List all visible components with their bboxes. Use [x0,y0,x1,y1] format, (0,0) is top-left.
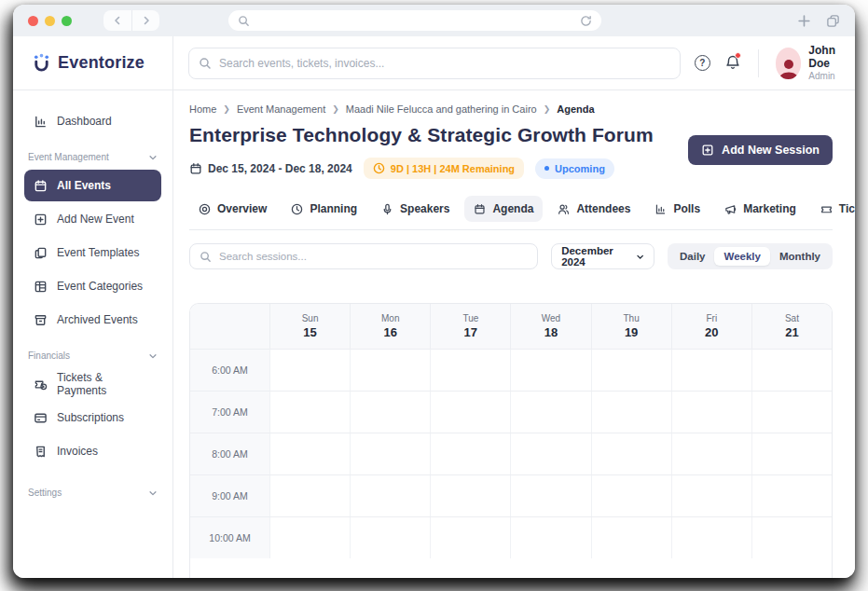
forward-button[interactable] [131,10,159,31]
calendar-slot[interactable] [430,433,510,474]
sidebar-section-event-management[interactable]: Event Management [28,152,158,162]
users-icon [558,203,570,215]
breadcrumb-home[interactable]: Home [189,103,216,115]
tab-marketing[interactable]: Marketing [715,196,806,222]
ticket-icon [820,203,833,215]
tab-overview[interactable]: Overview [189,196,276,222]
sidebar-item-event-categories[interactable]: Event Categories [24,270,161,302]
brand-name: Eventorize [58,53,145,73]
polls-icon [654,203,667,215]
calendar-slot[interactable] [430,517,510,558]
logo[interactable]: Eventorize [13,36,173,89]
close-window-button[interactable] [28,16,38,26]
chevron-down-icon [148,153,158,162]
global-search-input[interactable] [219,57,670,70]
day-header-tue: Tue17 [430,304,510,349]
calendar-slot[interactable] [350,517,430,558]
calendar-slot[interactable] [591,392,671,433]
session-search-input[interactable] [219,251,528,262]
calendar-slot[interactable] [510,475,590,516]
sidebar-section-settings[interactable]: Settings [28,488,158,498]
main-content: Home ❯ Event Management ❯ Maadi Nile Fel… [173,90,855,578]
calendar-slot[interactable] [591,350,671,391]
sidebar-item-all-events[interactable]: All Events [24,170,161,201]
minimize-window-button[interactable] [45,16,55,26]
calendar-slot[interactable] [430,475,510,516]
calendar-slot[interactable] [510,392,590,433]
calendar-slot[interactable] [751,517,832,558]
calendar-slot[interactable] [269,517,350,558]
calendar-slot[interactable] [751,433,832,474]
calendar-slot[interactable] [430,350,510,391]
tab-tickets[interactable]: Tickets [811,196,855,222]
day-header-sun: Sun15 [269,304,350,349]
maximize-window-button[interactable] [62,16,72,26]
calendar-slot[interactable] [510,517,590,558]
calendar-slot[interactable] [751,475,832,516]
view-monthly-button[interactable]: Monthly [770,247,830,266]
calendar-slot[interactable] [751,392,832,433]
microphone-icon [381,203,393,215]
view-weekly-button[interactable]: Weekly [714,247,769,266]
calendar-slot[interactable] [671,433,751,474]
calendar-slot[interactable] [591,517,671,558]
tab-planning[interactable]: Planning [282,196,366,222]
tab-polls[interactable]: Polls [645,196,710,222]
calendar-slot[interactable] [671,392,751,433]
tab-speakers[interactable]: Speakers [372,196,459,222]
calendar-slot[interactable] [751,350,832,391]
calendar-row: 7:00 AM [190,391,832,433]
sidebar-item-event-templates[interactable]: Event Templates [24,237,161,268]
calendar-slot[interactable] [671,350,751,391]
calendar-slot[interactable] [350,350,430,391]
tab-attendees[interactable]: Attendees [548,196,640,222]
breadcrumb-event-management[interactable]: Event Management [237,103,325,115]
back-button[interactable] [103,10,131,31]
calendar-slot[interactable] [591,475,671,516]
calendar-icon [474,203,486,215]
calendar-slot[interactable] [671,517,751,558]
sidebar-item-subscriptions[interactable]: Subscriptions [24,402,161,433]
calendar-slot[interactable] [350,392,430,433]
sidebar-item-archived-events[interactable]: Archived Events [24,304,161,336]
clock-icon [373,162,385,174]
search-icon [200,251,212,263]
search-icon [238,15,250,27]
user-name: John Doe [808,45,849,71]
calendar-slot[interactable] [510,433,590,474]
reload-icon[interactable] [580,15,592,27]
calendar-slot[interactable] [269,433,350,474]
page-title: Enterprise Technology & Strategic Growth… [189,124,654,146]
user-menu[interactable]: John Doe Admin [776,45,855,81]
breadcrumb-event[interactable]: Maadi Nile Felucca and gathering in Cair… [346,103,537,115]
calendar-slot[interactable] [510,350,590,391]
calendar-slot[interactable] [269,392,350,433]
plus-square-icon [34,213,48,227]
add-new-session-button[interactable]: Add New Session [688,135,833,165]
tab-agenda[interactable]: Agenda [464,196,543,222]
sidebar-item-add-new-event[interactable]: Add New Event [24,203,161,235]
sidebar-item-label: All Events [57,179,111,192]
sidebar-item-dashboard[interactable]: Dashboard [24,105,161,137]
tab-overview-icon[interactable] [826,14,840,28]
help-button[interactable]: ? [694,53,710,74]
calendar-slot[interactable] [350,475,430,516]
sidebar-section-financials[interactable]: Financials [28,350,158,361]
calendar-slot[interactable] [350,433,430,474]
new-tab-icon[interactable] [797,14,811,28]
sidebar-item-tickets-payments[interactable]: Tickets & Payments [24,368,161,400]
address-bar[interactable] [228,10,601,31]
calendar-slot[interactable] [591,433,671,474]
calendar-slot[interactable] [269,475,350,516]
notifications-button[interactable] [723,53,740,74]
sidebar-item-invoices[interactable]: Invoices [24,435,161,467]
view-daily-button[interactable]: Daily [670,247,715,266]
chevron-down-icon [148,488,158,498]
copy-icon [34,246,48,260]
calendar-slot[interactable] [269,350,350,391]
credit-card-icon [34,411,48,425]
month-select[interactable]: December 2024 [551,243,654,269]
sidebar-item-label: Event Templates [57,246,140,259]
calendar-slot[interactable] [671,475,751,516]
calendar-slot[interactable] [430,392,510,433]
